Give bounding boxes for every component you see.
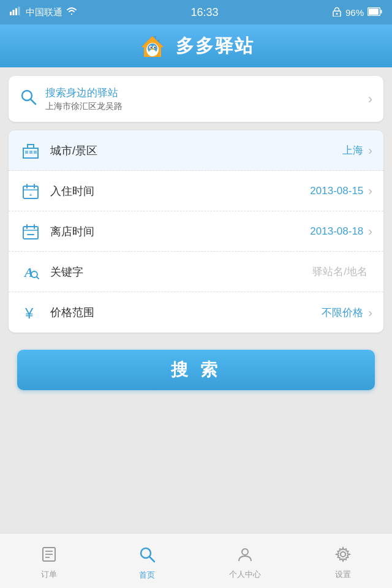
home-search-icon — [138, 546, 156, 567]
nearby-search-title: 搜索身边的驿站 — [45, 86, 360, 100]
carrier-name: 中国联通 — [26, 7, 62, 18]
profile-icon — [237, 546, 253, 567]
profile-tab-label: 个人中心 — [229, 569, 261, 580]
svg-line-18 — [31, 99, 36, 104]
svg-rect-3 — [18, 7, 20, 15]
keyword-filter-row[interactable]: A 关键字 驿站名/地名 — [9, 252, 383, 292]
svg-line-44 — [149, 557, 154, 562]
city-icon — [20, 140, 42, 162]
home-tab-label: 首页 — [139, 570, 155, 581]
orders-icon — [41, 546, 57, 567]
signal-icon — [10, 7, 22, 18]
svg-point-14 — [154, 47, 156, 48]
nearby-search-chevron: › — [368, 91, 372, 107]
svg-rect-8 — [369, 9, 379, 15]
svg-text:¥: ¥ — [24, 305, 34, 321]
lock-icon — [332, 7, 342, 18]
price-icon: ¥ — [20, 301, 42, 323]
svg-rect-0 — [10, 12, 12, 15]
svg-rect-22 — [34, 151, 37, 154]
app-title: 多多驿站 — [176, 34, 254, 59]
settings-icon — [335, 546, 351, 567]
svg-point-5 — [336, 13, 337, 15]
svg-rect-1 — [13, 10, 15, 15]
price-filter-chevron: › — [368, 306, 372, 320]
checkout-icon — [20, 221, 42, 243]
battery-percent: 96% — [345, 7, 364, 18]
status-bar: 中国联通 16:33 96% — [0, 0, 392, 24]
svg-point-45 — [242, 549, 248, 555]
city-filter-label: 城市/景区 — [50, 143, 342, 158]
filter-card: 城市/景区 上海 › + 入住时间 2013-08-15 › — [9, 130, 383, 333]
svg-line-37 — [37, 277, 39, 279]
city-filter-row[interactable]: 城市/景区 上海 › — [9, 130, 383, 171]
city-filter-chevron: › — [368, 143, 372, 157]
battery-icon — [368, 7, 382, 18]
svg-rect-23 — [28, 145, 34, 148]
status-time: 16:33 — [190, 6, 218, 19]
nearby-search-location: 上海市徐汇区龙吴路 — [45, 101, 360, 112]
checkin-icon: + — [20, 180, 42, 202]
checkin-filter-row[interactable]: + 入住时间 2013-08-15 › — [9, 171, 383, 211]
nearby-search-icon — [20, 88, 37, 110]
app-header: 多多驿站 — [0, 24, 392, 67]
tab-orders[interactable]: 订单 — [0, 541, 98, 580]
svg-text:+: + — [29, 192, 32, 198]
svg-rect-30 — [23, 227, 38, 239]
nearby-search-card[interactable]: 搜索身边的驿站 上海市徐汇区龙吴路 › — [9, 76, 383, 122]
tab-bar: 订单 首页 个人中心 设置 — [0, 533, 392, 588]
keyword-filter-label: 关键字 — [50, 265, 312, 279]
svg-point-16 — [149, 50, 156, 56]
search-button-wrap: 搜 索 — [9, 341, 383, 399]
svg-rect-20 — [25, 151, 28, 154]
checkout-filter-label: 离店时间 — [50, 224, 310, 239]
tab-settings[interactable]: 设置 — [294, 541, 392, 580]
main-content: 搜索身边的驿站 上海市徐汇区龙吴路 › 城市/景区 上海 › — [0, 67, 392, 399]
checkin-filter-value: 2013-08-15 — [310, 185, 363, 197]
checkout-filter-chevron: › — [368, 224, 372, 238]
price-filter-label: 价格范围 — [50, 305, 322, 320]
wifi-icon — [66, 7, 77, 18]
tab-home[interactable]: 首页 — [98, 541, 196, 581]
svg-rect-7 — [380, 10, 382, 13]
price-filter-value: 不限价格 — [322, 306, 363, 320]
keyword-icon: A — [20, 261, 42, 283]
svg-rect-2 — [15, 9, 17, 16]
search-button[interactable]: 搜 索 — [17, 350, 375, 390]
nearby-search-text: 搜索身边的驿站 上海市徐汇区龙吴路 — [45, 86, 360, 112]
checkin-filter-label: 入住时间 — [50, 184, 310, 198]
checkin-filter-chevron: › — [368, 184, 372, 198]
svg-point-46 — [341, 552, 345, 557]
svg-point-13 — [151, 47, 152, 48]
city-filter-value: 上海 — [342, 143, 363, 157]
keyword-filter-value: 驿站名/地名 — [312, 265, 368, 279]
checkout-filter-row[interactable]: 离店时间 2013-08-18 › — [9, 211, 383, 252]
price-filter-row[interactable]: ¥ 价格范围 不限价格 › — [9, 292, 383, 333]
settings-tab-label: 设置 — [335, 569, 351, 580]
tab-profile[interactable]: 个人中心 — [196, 541, 294, 580]
orders-tab-label: 订单 — [41, 569, 57, 580]
svg-rect-21 — [29, 151, 32, 154]
status-right: 96% — [332, 7, 382, 18]
app-logo — [138, 31, 167, 61]
checkout-filter-value: 2013-08-18 — [310, 225, 363, 238]
status-left: 中国联通 — [10, 7, 77, 18]
